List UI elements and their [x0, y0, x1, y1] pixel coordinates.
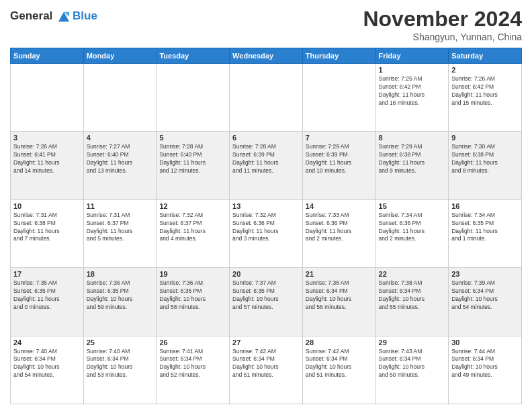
calendar-cell: 8Sunrise: 7:29 AM Sunset: 6:38 PM Daylig… [375, 132, 449, 199]
day-number: 9 [451, 134, 519, 142]
day-info: Sunrise: 7:25 AM Sunset: 6:42 PM Dayligh… [379, 75, 446, 107]
calendar-cell: 7Sunrise: 7:29 AM Sunset: 6:39 PM Daylig… [302, 132, 375, 199]
day-info: Sunrise: 7:40 AM Sunset: 6:34 PM Dayligh… [13, 348, 81, 380]
header-monday: Monday [83, 48, 157, 64]
calendar-cell: 24Sunrise: 7:40 AM Sunset: 6:34 PM Dayli… [11, 336, 84, 404]
day-number: 14 [306, 202, 373, 210]
location: Shangyun, Yunnan, China [363, 32, 522, 42]
day-info: Sunrise: 7:35 AM Sunset: 6:35 PM Dayligh… [13, 279, 81, 312]
calendar-cell: 25Sunrise: 7:40 AM Sunset: 6:34 PM Dayli… [83, 336, 157, 404]
day-number: 20 [232, 270, 300, 278]
day-info: Sunrise: 7:32 AM Sunset: 6:37 PM Dayligh… [159, 212, 226, 244]
calendar-cell: 26Sunrise: 7:41 AM Sunset: 6:34 PM Dayli… [157, 336, 230, 404]
day-info: Sunrise: 7:36 AM Sunset: 6:35 PM Dayligh… [87, 279, 154, 312]
day-number: 11 [87, 202, 154, 210]
day-info: Sunrise: 7:34 AM Sunset: 6:36 PM Dayligh… [379, 212, 446, 244]
calendar-cell [157, 64, 230, 132]
day-number: 24 [13, 338, 81, 347]
title-block: November 2024 Shangyun, Yunnan, China [363, 7, 522, 42]
month-title: November 2024 [363, 7, 522, 32]
day-number: 15 [379, 202, 446, 210]
day-number: 16 [451, 202, 519, 210]
day-number: 23 [451, 270, 519, 278]
header-friday: Friday [375, 48, 449, 64]
logo-general: General [10, 9, 52, 22]
calendar-cell: 3Sunrise: 7:26 AM Sunset: 6:41 PM Daylig… [11, 132, 84, 199]
week-row-4: 17Sunrise: 7:35 AM Sunset: 6:35 PM Dayli… [11, 268, 522, 336]
calendar-cell: 27Sunrise: 7:42 AM Sunset: 6:34 PM Dayli… [230, 336, 303, 404]
calendar-cell: 19Sunrise: 7:36 AM Sunset: 6:35 PM Dayli… [157, 268, 230, 336]
day-info: Sunrise: 7:41 AM Sunset: 6:34 PM Dayligh… [159, 348, 226, 380]
day-number: 26 [159, 338, 226, 347]
header-wednesday: Wednesday [230, 48, 303, 64]
day-number: 30 [451, 338, 519, 347]
day-number: 6 [232, 134, 300, 142]
day-number: 25 [87, 338, 154, 347]
calendar-cell: 17Sunrise: 7:35 AM Sunset: 6:35 PM Dayli… [11, 268, 84, 336]
day-info: Sunrise: 7:29 AM Sunset: 6:39 PM Dayligh… [306, 143, 373, 175]
calendar-cell: 6Sunrise: 7:28 AM Sunset: 6:39 PM Daylig… [230, 132, 303, 199]
calendar-cell [11, 64, 84, 132]
day-number: 3 [13, 134, 81, 142]
day-number: 12 [159, 202, 226, 210]
day-info: Sunrise: 7:34 AM Sunset: 6:35 PM Dayligh… [451, 212, 519, 244]
day-info: Sunrise: 7:37 AM Sunset: 6:35 PM Dayligh… [232, 279, 300, 312]
day-info: Sunrise: 7:28 AM Sunset: 6:40 PM Dayligh… [159, 143, 226, 175]
calendar-cell: 28Sunrise: 7:42 AM Sunset: 6:34 PM Dayli… [302, 336, 375, 404]
logo-blue: Blue [73, 9, 97, 23]
calendar-cell: 12Sunrise: 7:32 AM Sunset: 6:37 PM Dayli… [157, 199, 230, 267]
day-info: Sunrise: 7:27 AM Sunset: 6:40 PM Dayligh… [87, 143, 154, 175]
week-row-3: 10Sunrise: 7:31 AM Sunset: 6:38 PM Dayli… [11, 199, 522, 267]
calendar-cell: 21Sunrise: 7:38 AM Sunset: 6:34 PM Dayli… [302, 268, 375, 336]
calendar-cell: 9Sunrise: 7:30 AM Sunset: 6:38 PM Daylig… [449, 132, 522, 199]
day-info: Sunrise: 7:42 AM Sunset: 6:34 PM Dayligh… [232, 348, 300, 380]
header-thursday: Thursday [302, 48, 375, 64]
day-info: Sunrise: 7:26 AM Sunset: 6:41 PM Dayligh… [13, 143, 81, 175]
calendar-cell: 18Sunrise: 7:36 AM Sunset: 6:35 PM Dayli… [83, 268, 157, 336]
calendar-cell: 10Sunrise: 7:31 AM Sunset: 6:38 PM Dayli… [11, 199, 84, 267]
week-row-5: 24Sunrise: 7:40 AM Sunset: 6:34 PM Dayli… [11, 336, 522, 404]
day-number: 27 [232, 338, 300, 347]
day-number: 2 [451, 66, 519, 74]
calendar-cell: 11Sunrise: 7:31 AM Sunset: 6:37 PM Dayli… [83, 199, 157, 267]
day-number: 1 [379, 66, 446, 74]
day-info: Sunrise: 7:39 AM Sunset: 6:34 PM Dayligh… [451, 279, 519, 312]
header-saturday: Saturday [449, 48, 522, 64]
day-info: Sunrise: 7:32 AM Sunset: 6:36 PM Dayligh… [232, 212, 300, 244]
calendar-cell: 30Sunrise: 7:44 AM Sunset: 6:34 PM Dayli… [449, 336, 522, 404]
day-info: Sunrise: 7:31 AM Sunset: 6:37 PM Dayligh… [87, 212, 154, 244]
logo-text: General Blue [10, 9, 97, 24]
logo: General Blue [10, 9, 97, 24]
header-sunday: Sunday [11, 48, 84, 64]
weekday-header-row: Sunday Monday Tuesday Wednesday Thursday… [11, 48, 522, 64]
calendar-cell [302, 64, 375, 132]
week-row-1: 1Sunrise: 7:25 AM Sunset: 6:42 PM Daylig… [11, 64, 522, 132]
day-number: 13 [232, 202, 300, 210]
day-info: Sunrise: 7:38 AM Sunset: 6:34 PM Dayligh… [379, 279, 446, 312]
day-number: 21 [306, 270, 373, 278]
day-info: Sunrise: 7:33 AM Sunset: 6:36 PM Dayligh… [306, 212, 373, 244]
header-tuesday: Tuesday [157, 48, 230, 64]
day-info: Sunrise: 7:31 AM Sunset: 6:38 PM Dayligh… [13, 212, 81, 244]
day-number: 5 [159, 134, 226, 142]
day-info: Sunrise: 7:36 AM Sunset: 6:35 PM Dayligh… [159, 279, 226, 312]
day-info: Sunrise: 7:29 AM Sunset: 6:38 PM Dayligh… [379, 143, 446, 175]
day-info: Sunrise: 7:38 AM Sunset: 6:34 PM Dayligh… [306, 279, 373, 312]
calendar-cell: 22Sunrise: 7:38 AM Sunset: 6:34 PM Dayli… [375, 268, 449, 336]
calendar-cell: 13Sunrise: 7:32 AM Sunset: 6:36 PM Dayli… [230, 199, 303, 267]
calendar-cell: 1Sunrise: 7:25 AM Sunset: 6:42 PM Daylig… [375, 64, 449, 132]
calendar-cell: 16Sunrise: 7:34 AM Sunset: 6:35 PM Dayli… [449, 199, 522, 267]
day-info: Sunrise: 7:43 AM Sunset: 6:34 PM Dayligh… [379, 348, 446, 380]
calendar-cell: 23Sunrise: 7:39 AM Sunset: 6:34 PM Dayli… [449, 268, 522, 336]
day-number: 28 [306, 338, 373, 347]
day-number: 18 [87, 270, 154, 278]
day-number: 7 [306, 134, 373, 142]
day-number: 19 [159, 270, 226, 278]
day-number: 17 [13, 270, 81, 278]
day-number: 10 [13, 202, 81, 210]
calendar-cell: 15Sunrise: 7:34 AM Sunset: 6:36 PM Dayli… [375, 199, 449, 267]
day-number: 8 [379, 134, 446, 142]
calendar-cell: 5Sunrise: 7:28 AM Sunset: 6:40 PM Daylig… [157, 132, 230, 199]
day-info: Sunrise: 7:44 AM Sunset: 6:34 PM Dayligh… [451, 348, 519, 380]
calendar-cell: 14Sunrise: 7:33 AM Sunset: 6:36 PM Dayli… [302, 199, 375, 267]
